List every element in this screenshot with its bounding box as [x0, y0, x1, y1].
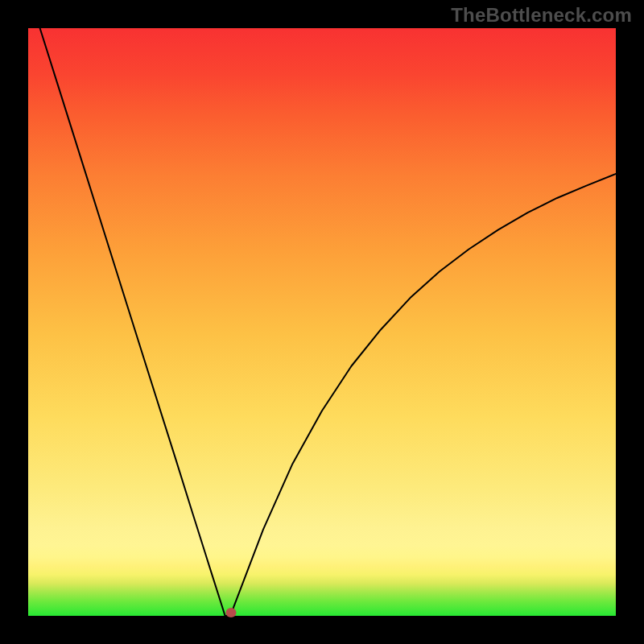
- plot-area: [28, 28, 616, 616]
- watermark-label: TheBottleneck.com: [451, 4, 632, 27]
- bottleneck-curve-path: [40, 28, 616, 616]
- curve-svg: [28, 28, 616, 616]
- optimum-marker: [225, 608, 236, 617]
- chart-frame: TheBottleneck.com: [0, 0, 644, 644]
